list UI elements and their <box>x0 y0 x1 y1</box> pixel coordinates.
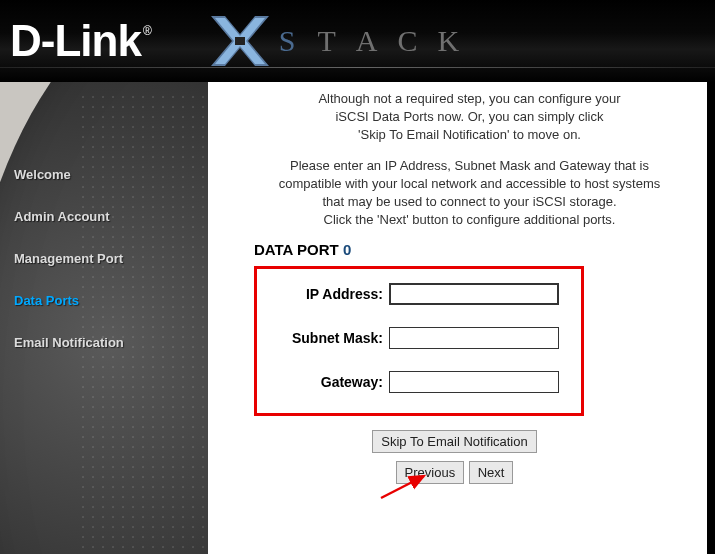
xstack-letter: A <box>356 24 380 58</box>
label-ip-address: IP Address: <box>306 286 383 302</box>
intro-line: that may be used to connect to your iSCS… <box>322 194 616 209</box>
xstack-letter: K <box>437 24 461 58</box>
sidebar-item-email-notification[interactable]: Email Notification <box>14 335 208 350</box>
xstack-letter: C <box>397 24 419 58</box>
label-subnet-mask: Subnet Mask: <box>292 330 383 346</box>
data-port-form: IP Address: Subnet Mask: Gateway: <box>254 266 584 416</box>
logo-text: D-Link <box>10 19 141 63</box>
previous-button[interactable]: Previous <box>396 461 465 484</box>
next-button[interactable]: Next <box>469 461 514 484</box>
intro-line: Although not a required step, you can co… <box>318 91 620 106</box>
input-subnet-mask[interactable] <box>389 327 559 349</box>
intro-line: compatible with your local network and a… <box>279 176 661 191</box>
row-ip-address: IP Address: <box>279 283 559 305</box>
sidebar-item-admin-account[interactable]: Admin Account <box>14 209 208 224</box>
intro-line: iSCSI Data Ports now. Or, you can simply… <box>335 109 603 124</box>
svg-marker-2 <box>235 37 245 45</box>
header-bar: D-Link ® S T A C K <box>0 0 715 82</box>
header-divider <box>0 67 715 68</box>
row-subnet-mask: Subnet Mask: <box>279 327 559 349</box>
intro-line: 'Skip To Email Notification' to move on. <box>358 127 581 142</box>
sidebar-item-welcome[interactable]: Welcome <box>14 167 208 182</box>
port-number: 0 <box>343 241 351 258</box>
logo-reg: ® <box>143 25 151 37</box>
button-row-nav: Previous Next <box>218 461 691 484</box>
intro-line: Please enter an IP Address, Subnet Mask … <box>290 158 649 173</box>
intro-line: Click the 'Next' button to configure add… <box>324 212 616 227</box>
xstack-letter: S <box>279 24 298 58</box>
xstack-text: S T A C K <box>279 24 461 58</box>
input-gateway[interactable] <box>389 371 559 393</box>
main-panel: Although not a required step, you can co… <box>208 82 715 554</box>
label-gateway: Gateway: <box>321 374 383 390</box>
skip-button[interactable]: Skip To Email Notification <box>372 430 536 453</box>
data-port-title: DATA PORT 0 <box>254 241 691 258</box>
xstack-x-icon <box>211 16 269 66</box>
xstack-letter: T <box>317 24 337 58</box>
xstack-logo: S T A C K <box>211 16 461 66</box>
sidebar-item-management-port[interactable]: Management Port <box>14 251 208 266</box>
sidebar: Welcome Admin Account Management Port Da… <box>0 82 208 554</box>
title-prefix: DATA PORT <box>254 241 343 258</box>
row-gateway: Gateway: <box>279 371 559 393</box>
button-row-skip: Skip To Email Notification <box>218 430 691 453</box>
dlink-logo: D-Link ® <box>10 19 151 63</box>
content-area: Welcome Admin Account Management Port Da… <box>0 82 715 554</box>
intro-text: Although not a required step, you can co… <box>248 90 691 229</box>
input-ip-address[interactable] <box>389 283 559 305</box>
sidebar-nav: Welcome Admin Account Management Port Da… <box>0 82 208 350</box>
sidebar-item-data-ports[interactable]: Data Ports <box>14 293 208 308</box>
